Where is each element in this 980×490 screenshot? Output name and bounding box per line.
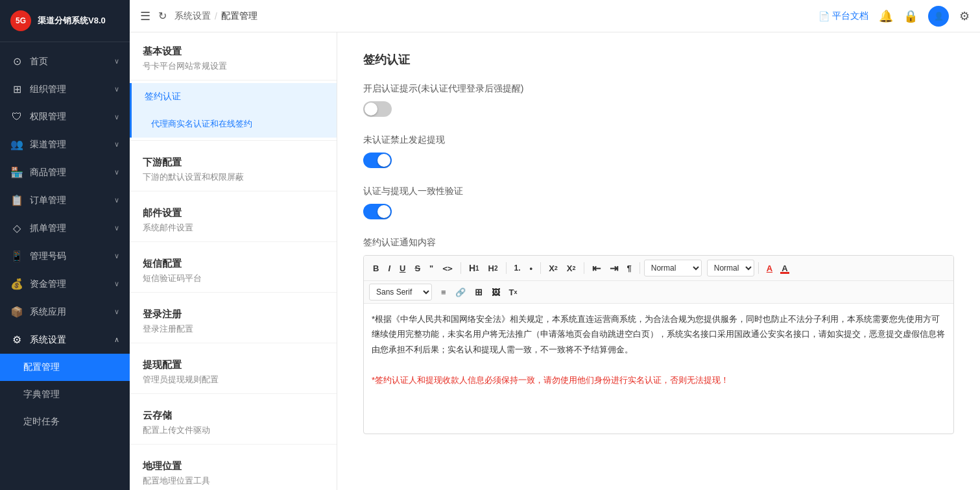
- sidebar-label-org: 组织管理: [30, 84, 66, 95]
- font-bg-button[interactable]: A: [778, 262, 791, 275]
- divider: [130, 444, 337, 445]
- section-title-downstream: 下游配置: [143, 156, 324, 169]
- chevron-icon: ∨: [114, 140, 119, 149]
- auth-payee-verify-toggle[interactable]: [363, 204, 392, 219]
- chevron-icon: ∨: [114, 113, 119, 121]
- editor-toolbar-row2: Sans Serif Serif Monospace ≡ 🔗 ⊞ 🖼 Tx: [364, 281, 953, 304]
- chevron-icon: ∨: [114, 85, 119, 93]
- toggle-knob: [377, 154, 390, 167]
- menu-section-login: 登录注册 登录注册配置: [130, 295, 337, 340]
- editor-content[interactable]: *根据《中华人民共和国网络安全法》相关规定，本系统直连运营商系统，为合法合规为您…: [364, 304, 953, 434]
- settings-button[interactable]: ⚙: [959, 9, 970, 23]
- format-select-1[interactable]: Normal Heading 1 Heading 2: [644, 260, 702, 276]
- topbar-right: 📄 平台文档 🔔 🔒 👤 ⚙: [819, 6, 970, 27]
- link-button[interactable]: 🔗: [451, 286, 470, 299]
- chevron-icon: ∨: [114, 196, 119, 204]
- indent-left-button[interactable]: ⇤: [588, 260, 604, 276]
- superscript-button[interactable]: X2: [563, 262, 580, 275]
- underline-button[interactable]: U: [396, 262, 409, 275]
- editor-content-line1: *根据《中华人民共和国网络安全法》相关规定，本系统直连运营商系统，为合法合规为您…: [372, 312, 946, 357]
- no-auth-withdraw-toggle[interactable]: [363, 153, 392, 168]
- platform-docs-button[interactable]: 📄 平台文档: [819, 10, 868, 22]
- platform-docs-label: 平台文档: [832, 10, 868, 22]
- sidebar-item-timer[interactable]: 定时任务: [0, 408, 130, 435]
- auth-prompt-toggle[interactable]: [363, 101, 392, 117]
- h2-button[interactable]: H2: [484, 262, 502, 275]
- code-button[interactable]: <>: [438, 262, 457, 275]
- sidebar-item-permission[interactable]: 🛡 权限管理 ∨: [0, 103, 130, 130]
- chevron-icon: ∨: [114, 252, 119, 260]
- section-title-sms: 短信配置: [143, 258, 324, 270]
- sidebar-item-simcard[interactable]: 📱 管理号码 ∨: [0, 242, 130, 270]
- table-button[interactable]: ⊞: [471, 285, 486, 299]
- h1-button[interactable]: H1: [465, 261, 483, 275]
- section-sub-login: 登录注册配置: [143, 323, 324, 335]
- logo-icon: 5G: [10, 10, 31, 31]
- sidebar-item-syssettings[interactable]: ⚙ 系统设置 ∧: [0, 326, 130, 354]
- font-color-button[interactable]: A: [763, 262, 776, 275]
- sidebar-item-grab[interactable]: ◇ 抓单管理 ∨: [0, 214, 130, 242]
- docs-icon: 📄: [819, 11, 830, 21]
- italic-button[interactable]: I: [384, 262, 394, 275]
- blockquote-button[interactable]: ": [425, 262, 437, 275]
- sidebar-label-config: 配置管理: [23, 361, 60, 373]
- toolbar-sep: [460, 262, 461, 274]
- goods-icon: 🏪: [10, 166, 23, 178]
- menu-section-basic: 基本设置 号卡平台网站常规设置: [130, 32, 337, 77]
- notification-content-row: 签约认证通知内容 B I U S " <> H1 H2 1.: [363, 237, 954, 434]
- sidebar: 5G 渠道分销系统V8.0 ⊙ 首页 ∨ ⊞ 组织管理 ∨ 🛡 权限管理: [0, 0, 130, 490]
- sidebar-item-config[interactable]: 配置管理: [0, 354, 130, 381]
- breadcrumb-parent[interactable]: 系统设置: [174, 10, 211, 22]
- menu-item-signing[interactable]: 签约认证: [130, 83, 337, 110]
- menu-item-realname[interactable]: 代理商实名认证和在线签约: [130, 110, 337, 138]
- sidebar-label-sysapp: 系统应用: [30, 306, 66, 318]
- menu-toggle-icon[interactable]: ☰: [140, 9, 150, 23]
- sidebar-label-order: 订单管理: [30, 195, 66, 206]
- sidebar-item-finance[interactable]: 💰 资金管理 ∨: [0, 270, 130, 298]
- section-sub-mail: 系统邮件设置: [143, 222, 324, 234]
- sidebar-item-channel[interactable]: 👥 渠道管理 ∨: [0, 130, 130, 158]
- topbar: ☰ ↻ 系统设置 / 配置管理 📄 平台文档 🔔 🔒 👤 ⚙: [130, 0, 980, 32]
- subscript-button[interactable]: X2: [545, 262, 562, 275]
- bold-button[interactable]: B: [369, 262, 383, 275]
- menu-item-signing-label: 签约认证: [145, 91, 181, 101]
- section-title-login: 登录注册: [143, 308, 324, 321]
- clear-format-button[interactable]: Tx: [505, 286, 521, 299]
- user-avatar[interactable]: 👤: [928, 6, 949, 27]
- bullet-list-button[interactable]: •: [526, 262, 537, 275]
- ordered-list-button[interactable]: 1.: [510, 262, 525, 275]
- menu-section-downstream: 下游配置 下游的默认设置和权限屏蔽: [130, 143, 337, 188]
- section-sub-geo: 配置地理位置工具: [143, 475, 324, 487]
- menu-item-realname-label: 代理商实名认证和在线签约: [151, 119, 252, 129]
- font-family-select[interactable]: Sans Serif Serif Monospace: [369, 284, 432, 300]
- simcard-icon: 📱: [10, 250, 23, 262]
- auth-prompt-row: 开启认证提示(未认证代理登录后强提醒): [363, 83, 954, 119]
- refresh-icon[interactable]: ↻: [158, 10, 167, 22]
- grab-icon: ◇: [10, 222, 23, 234]
- bell-icon: 🔔: [879, 9, 893, 23]
- bell-button[interactable]: 🔔: [879, 9, 893, 23]
- sidebar-label-timer: 定时任务: [23, 416, 60, 428]
- image-button[interactable]: 🖼: [488, 286, 504, 299]
- sidebar-item-home[interactable]: ⊙ 首页 ∨: [0, 47, 130, 75]
- sidebar-item-sysapp[interactable]: 📦 系统应用 ∨: [0, 298, 130, 326]
- sidebar-item-order[interactable]: 📋 订单管理 ∨: [0, 186, 130, 214]
- lock-button[interactable]: 🔒: [903, 9, 918, 23]
- sysapp-icon: 📦: [10, 306, 23, 318]
- avatar-icon: 👤: [934, 12, 944, 21]
- sidebar-label-goods: 商品管理: [30, 167, 66, 178]
- sidebar-item-goods[interactable]: 🏪 商品管理 ∨: [0, 158, 130, 186]
- indent-right-button[interactable]: ⇥: [606, 260, 622, 276]
- chevron-icon: ∨: [114, 57, 119, 66]
- format-select-2[interactable]: Normal Large Small: [707, 260, 754, 276]
- menu-section-sms: 短信配置 短信验证码平台: [130, 245, 337, 289]
- sidebar-item-dict[interactable]: 字典管理: [0, 381, 130, 408]
- strikethrough-button[interactable]: S: [411, 262, 424, 275]
- paragraph-format-button[interactable]: ¶: [623, 262, 636, 275]
- sidebar-label-simcard: 管理号码: [30, 251, 66, 262]
- sidebar-item-org[interactable]: ⊞ 组织管理 ∨: [0, 75, 130, 103]
- no-auth-withdraw-label: 未认证禁止发起提现: [363, 134, 954, 146]
- divider: [130, 191, 337, 191]
- align-button[interactable]: ≡: [437, 286, 450, 299]
- toggle-knob: [377, 205, 390, 218]
